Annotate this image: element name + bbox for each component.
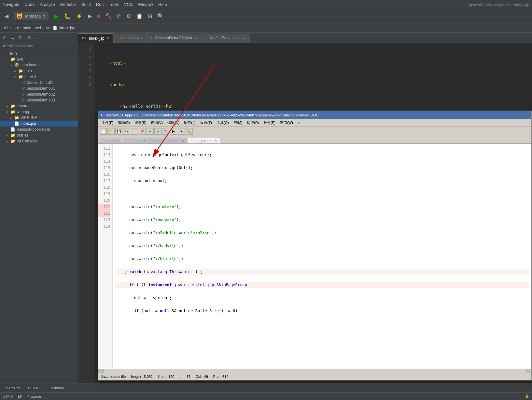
- popup-menu-plugins[interactable]: 插件(P): [262, 120, 278, 126]
- popup-menu-view[interactable]: 视图(V): [149, 120, 165, 126]
- sidebar-item-webinf[interactable]: ▸ 📁 WEB-INF: [0, 115, 78, 121]
- sidebar-item-consoles[interactable]: ▸ 📁 nd Consoles: [0, 138, 78, 144]
- menu-analyze[interactable]: Analyze: [40, 2, 55, 7]
- sidebar-item-pojo[interactable]: ▸ 📁 pojo: [0, 68, 78, 74]
- popup-menu-window[interactable]: 窗口(W): [278, 120, 295, 126]
- expand-all-button[interactable]: ⇅: [17, 34, 24, 41]
- code-line-3: <h2>Hello World!</h2>: [100, 103, 527, 110]
- sidebar-item-sessiondemo02[interactable]: C SessionDemo02: [0, 91, 78, 97]
- popup-new-btn[interactable]: 📄: [100, 128, 107, 135]
- popup-run-btn[interactable]: ▶: [170, 128, 177, 135]
- menu-run[interactable]: Run: [96, 2, 104, 7]
- popup-code-content[interactable]: session = pageContext.getSession(); out …: [113, 144, 531, 373]
- popup-tab-indexjsp[interactable]: index_jsp.java ✕: [188, 138, 220, 143]
- popup-tab-serverxml[interactable]: server.xml ✕: [123, 138, 148, 143]
- build-button[interactable]: 🔨: [103, 12, 114, 20]
- settings-button[interactable]: ⚙: [124, 12, 133, 20]
- coverage-button[interactable]: ⚡: [74, 12, 85, 20]
- tab-close-button[interactable]: ✕: [194, 36, 198, 40]
- sidebar-item-cookiedemo01[interactable]: C CookieDemo01: [0, 80, 78, 86]
- run-button[interactable]: ▶: [52, 11, 61, 21]
- sync-button[interactable]: ⟳: [115, 12, 123, 20]
- popup-tab-label: web.xml: [103, 139, 116, 143]
- debug-button[interactable]: 🐛: [62, 11, 73, 21]
- stop-button[interactable]: ■: [95, 12, 102, 20]
- tab-close-button[interactable]: ✕: [140, 36, 144, 40]
- menu-vcs[interactable]: VCS: [124, 2, 133, 7]
- settings-gear-button[interactable]: ⚙: [25, 34, 33, 41]
- bottom-panel-item[interactable]: Terminal: [48, 385, 66, 391]
- scroll-left-btn[interactable]: ◀: [98, 369, 104, 373]
- tab-index-jsp[interactable]: JSP index.jsp ✕: [78, 33, 114, 43]
- popup-scrollbar[interactable]: ◀ ▶: [98, 369, 531, 373]
- menu-code[interactable]: Code: [24, 2, 35, 7]
- arrow-expand-icon: ▾: [7, 110, 10, 114]
- popup-save-btn[interactable]: 💾: [115, 128, 122, 135]
- popup-debug-btn[interactable]: 🐛: [186, 128, 193, 135]
- popup-tab-close-icon[interactable]: ✕: [117, 139, 119, 142]
- popup-undo-btn[interactable]: ↩: [147, 128, 154, 135]
- tab-close-button[interactable]: ✕: [106, 36, 110, 40]
- sidebar-item-iml[interactable]: 📄 -session-cookie.iml: [0, 127, 78, 132]
- breadcrumb-webapp[interactable]: webapp: [35, 26, 49, 30]
- popup-redo-btn[interactable]: ↪: [154, 128, 161, 135]
- search-button[interactable]: 🔍: [155, 12, 166, 20]
- sidebar-item-webapp[interactable]: ▾ 📁 webapp: [0, 109, 78, 115]
- breadcrumb-src[interactable]: src: [14, 26, 19, 30]
- scroll-right-btn[interactable]: ▶: [526, 369, 531, 373]
- menu-refactor[interactable]: Refactor: [60, 2, 76, 7]
- breadcrumb-main[interactable]: main: [23, 26, 31, 30]
- popup-menu-macro[interactable]: 宏(M): [231, 120, 245, 126]
- popup-menu-tools[interactable]: 工具(O): [215, 120, 231, 126]
- breadcrumb-root[interactable]: okie: [3, 26, 10, 30]
- sidebar-item-resources[interactable]: ▸ 📁 esources: [0, 103, 78, 109]
- popup-menu-edit2[interactable]: 编辑(N): [165, 120, 181, 126]
- menu-navigate[interactable]: Navigate: [3, 2, 19, 7]
- menu-window[interactable]: Window: [138, 2, 153, 7]
- popup-tab-logging[interactable]: logging.properties ✕: [149, 138, 187, 143]
- sidebar-item-ava[interactable]: 📁 ava: [0, 56, 78, 62]
- sidebar-item-indexjsp[interactable]: 📄 index.jsp: [0, 121, 78, 127]
- tab-hello-jsp[interactable]: JSP hello.jsp ✕: [114, 33, 148, 43]
- run-config-dropdown[interactable]: 🐱 Tomcat 9 ▼: [12, 11, 50, 21]
- popup-tab-close-icon[interactable]: ✕: [182, 139, 184, 142]
- sidebar-item-sessiondemo03[interactable]: C SessionDemo03: [0, 97, 78, 103]
- menu-build[interactable]: Build: [81, 2, 91, 7]
- popup-cut-btn[interactable]: ✂: [123, 128, 130, 135]
- popup-tab-close-icon[interactable]: ✕: [215, 139, 217, 142]
- menu-tools[interactable]: Tools: [109, 2, 119, 7]
- sidebar-item-servlet[interactable]: ▾ 📁 servlet: [0, 74, 78, 80]
- popup-open-btn[interactable]: 📂: [107, 128, 115, 135]
- popup-menu-help[interactable]: ?: [296, 120, 301, 126]
- collapse-all-button[interactable]: ≡: [10, 34, 16, 41]
- profile-button[interactable]: ▶̈: [86, 12, 94, 20]
- menu-help[interactable]: Help: [158, 2, 167, 7]
- popup-menu-settings[interactable]: 设置(T): [198, 120, 214, 126]
- sidebar-item-libraries[interactable]: ▸ 📁 oraries: [0, 132, 78, 138]
- back-button[interactable]: ◀: [3, 12, 10, 20]
- tab-sessiondemo02[interactable]: C SessionDemo02.java ✕: [148, 33, 201, 43]
- popup-paste-btn[interactable]: 📌: [139, 128, 146, 135]
- tasks-button[interactable]: 📋: [134, 12, 145, 20]
- sidebar-item-com-kuang[interactable]: ▾ 📦 com.kuang: [0, 62, 78, 68]
- popup-stop-btn[interactable]: ■: [178, 128, 185, 135]
- popup-copy-btn[interactable]: 📋: [131, 128, 138, 135]
- popup-menu-search[interactable]: 搜索(S): [133, 120, 148, 126]
- popup-format-btn[interactable]: 🔧: [162, 128, 169, 135]
- arrow-expand-icon: ▾: [14, 75, 18, 79]
- fullscreen-button[interactable]: ⊞: [146, 12, 154, 20]
- tab-httpjspbase[interactable]: C HttpJspBase.class ✕: [201, 33, 250, 43]
- popup-menu-edit[interactable]: 编辑(E): [116, 120, 132, 126]
- popup-tab-webxml[interactable]: web.xml ✕: [100, 138, 122, 143]
- sidebar-item-n[interactable]: ▶ n: [0, 50, 78, 56]
- popup-menu-file[interactable]: 文件(F): [100, 120, 115, 126]
- bottom-panel-item[interactable]: 6: TODO: [25, 385, 45, 391]
- add-button[interactable]: ⊕: [1, 34, 8, 41]
- minimize-button[interactable]: —: [34, 34, 42, 41]
- popup-menu-lang[interactable]: 语言(L): [182, 120, 197, 126]
- popup-menu-run[interactable]: 运行(R): [245, 120, 261, 126]
- popup-tab-close-icon[interactable]: ✕: [143, 139, 146, 142]
- tab-close-button[interactable]: ✕: [242, 36, 246, 40]
- sidebar-item-sessiondemo01[interactable]: C SessionDemo01: [0, 86, 78, 91]
- bottom-panel-item[interactable]: 1: Project: [3, 385, 23, 391]
